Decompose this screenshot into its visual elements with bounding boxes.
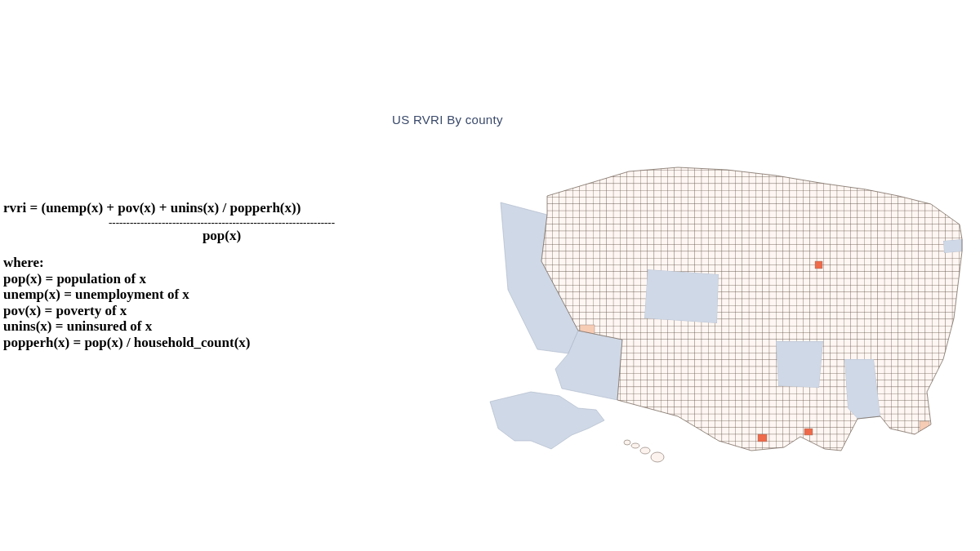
county-cell (796, 461, 803, 468)
county-cell (796, 387, 803, 393)
county-cell (539, 387, 546, 393)
county-cell (898, 224, 905, 231)
county-cell (871, 265, 878, 272)
county-cell (634, 177, 640, 184)
county-cell (871, 420, 878, 427)
county-cell (580, 190, 586, 197)
county-cell (911, 367, 918, 373)
county-cell (878, 211, 884, 217)
county-cell (919, 184, 925, 190)
county-cell (858, 441, 864, 447)
county-cell (742, 224, 749, 231)
county-cell (783, 163, 790, 170)
rvri-formula-denominator: pop(x) (3, 228, 383, 244)
county-cell (864, 265, 871, 272)
county-cell (640, 326, 647, 332)
county-cell (769, 407, 776, 414)
county-cell (919, 217, 925, 224)
county-cell (620, 278, 626, 285)
county-cell (728, 367, 735, 373)
county-cell (648, 340, 654, 346)
county-cell (634, 299, 640, 305)
county-cell (715, 380, 722, 387)
county-cell (851, 313, 858, 319)
county-cell (864, 177, 871, 184)
county-cell (790, 190, 796, 197)
county-cell (891, 265, 898, 272)
county-cell (702, 198, 708, 204)
county-cell (891, 353, 898, 359)
county-cell (620, 428, 626, 434)
county-cell (736, 313, 742, 319)
county-cell (823, 428, 830, 434)
county-cell (559, 217, 566, 224)
county-cell (634, 353, 640, 359)
county-cell (532, 461, 539, 468)
county-cell (600, 455, 607, 461)
county-cell (688, 190, 694, 197)
county-cell (749, 292, 755, 299)
county-cell (858, 204, 864, 211)
county-cell (559, 184, 566, 190)
county-cell (884, 380, 891, 387)
county-cell (891, 251, 898, 258)
county-cell (925, 461, 932, 468)
county-cell (837, 204, 844, 211)
county-cell (728, 420, 735, 427)
county-cell (871, 319, 878, 326)
county-cell (919, 380, 925, 387)
county-cell (763, 346, 769, 353)
county-cell (722, 414, 728, 420)
county-cell (905, 211, 911, 217)
county-cell (837, 373, 844, 380)
county-cell (925, 333, 932, 340)
county-cell (586, 434, 593, 441)
county-cell (925, 278, 932, 285)
county-cell (640, 278, 647, 285)
county-cell (905, 367, 911, 373)
county-cell (919, 305, 925, 312)
county-cell (600, 198, 607, 204)
county-cell (932, 278, 938, 285)
county-cell (702, 184, 708, 190)
county-cell (763, 217, 769, 224)
county-cell (728, 292, 735, 299)
county-cell (755, 258, 762, 264)
county-cell (932, 407, 938, 414)
county-cell (634, 313, 640, 319)
county-cell (498, 448, 505, 455)
county-cell (831, 353, 837, 359)
county-cell (755, 272, 762, 278)
county-cell (742, 367, 749, 373)
county-cell (715, 245, 722, 251)
county-cell (695, 224, 702, 231)
county-cell (837, 380, 844, 387)
county-cell (620, 455, 626, 461)
county-cell (546, 184, 552, 190)
county-cell (932, 414, 938, 420)
county-cell (593, 245, 599, 251)
county-cell (790, 455, 796, 461)
county-cell (844, 211, 850, 217)
county-cell (939, 231, 946, 238)
county-cell (763, 326, 769, 332)
county-cell (498, 380, 505, 387)
county-cell (688, 224, 694, 231)
county-cell (675, 231, 681, 238)
county-cell (648, 387, 654, 393)
county-cell (593, 251, 599, 258)
county-cell (831, 305, 837, 312)
county-cell (919, 360, 925, 367)
county-cell (675, 224, 681, 231)
county-cell (871, 217, 878, 224)
county-cell (966, 184, 972, 190)
county-cell (654, 198, 661, 204)
county-cell (898, 346, 905, 353)
county-cell (823, 434, 830, 441)
county-cell (871, 211, 878, 217)
county-cell (925, 313, 932, 319)
county-cell (831, 299, 837, 305)
county-cell (804, 393, 810, 400)
county-cell (932, 198, 938, 204)
county-cell (932, 326, 938, 332)
